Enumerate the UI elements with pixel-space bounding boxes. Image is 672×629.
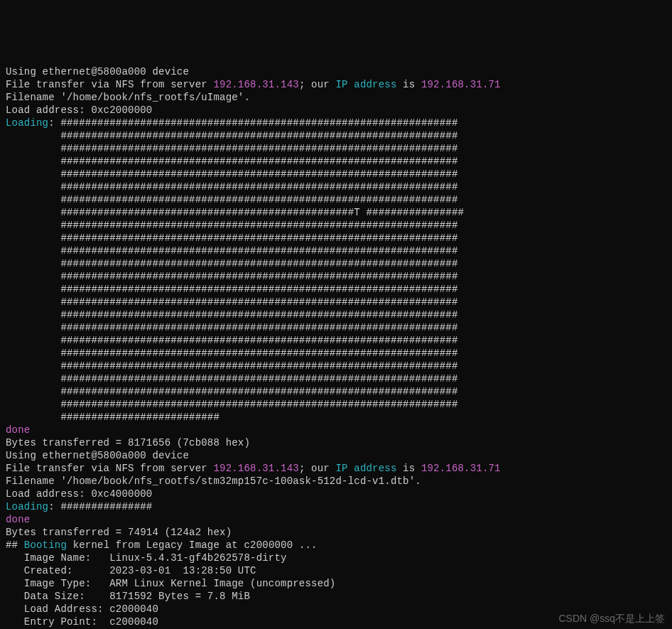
progress-hash-block-b: ########################################… (6, 220, 458, 397)
line-data-size: Data Size: 8171592 Bytes = 7.8 MiB (6, 591, 250, 602)
line-booting: ## Booting kernel from Legacy Image at c… (6, 539, 318, 551)
server-ip-1: 192.168.31.143 (213, 79, 298, 90)
line-using-device-2: Using ethernet@5800a000 device (6, 450, 189, 461)
line-filename-2: Filename '/home/book/nfs_rootfs/stm32mp1… (6, 475, 421, 487)
watermark: CSDN @ssq不是上上签 (558, 612, 665, 625)
our-ip-2: 192.168.31.71 (421, 463, 501, 474)
line-image-type: Image Type: ARM Linux Kernel Image (unco… (6, 578, 335, 589)
line-xfer-1: File transfer via NFS from server 192.16… (6, 79, 501, 90)
progress-hash-t-line: ########################################… (6, 207, 464, 218)
progress-hash-block-a: ########################################… (6, 130, 458, 205)
line-load-addr-1: Load address: 0xc2000000 (6, 104, 152, 116)
line-created: Created: 2023-03-01 13:28:50 UTC (6, 565, 256, 576)
line-using-device-1: Using ethernet@5800a000 device (6, 66, 189, 77)
line-image-name: Image Name: Linux-5.4.31-gf4b262578-dirt… (6, 552, 287, 564)
line-load-addr-2: Load address: 0xc4000000 (6, 488, 152, 500)
our-ip-1: 192.168.31.71 (421, 79, 501, 90)
line-xfer-2: File transfer via NFS from server 192.16… (6, 463, 501, 474)
progress-hash-last-line: ########################## (6, 412, 220, 423)
server-ip-2: 192.168.31.143 (213, 463, 298, 474)
terminal-output: Using ethernet@5800a000 device File tran… (0, 64, 672, 629)
ip-address-label-2: IP address (335, 463, 396, 474)
line-loading-2: Loading: ############### (6, 501, 152, 512)
loading-label-1: Loading (6, 117, 48, 129)
loading-label-2: Loading (6, 501, 48, 512)
progress-hash-short-line: ########################################… (6, 399, 458, 410)
progress-hash-2: ############### (60, 501, 152, 512)
line-load-address: Load Address: c2000040 (6, 603, 158, 615)
ip-address-label-1: IP address (335, 79, 396, 90)
progress-hash: ########################################… (60, 117, 457, 129)
done-2: done (6, 514, 30, 525)
line-entry-point: Entry Point: c2000040 (6, 616, 158, 628)
booting-word: Booting (24, 539, 67, 551)
done-1: done (6, 424, 30, 436)
line-bytes-1: Bytes transferred = 8171656 (7cb088 hex) (6, 437, 250, 448)
line-loading-1: Loading: ###############################… (6, 117, 458, 129)
line-bytes-2: Bytes transferred = 74914 (124a2 hex) (6, 527, 232, 538)
line-filename-1: Filename '/home/book/nfs_rootfs/uImage'. (6, 92, 250, 103)
